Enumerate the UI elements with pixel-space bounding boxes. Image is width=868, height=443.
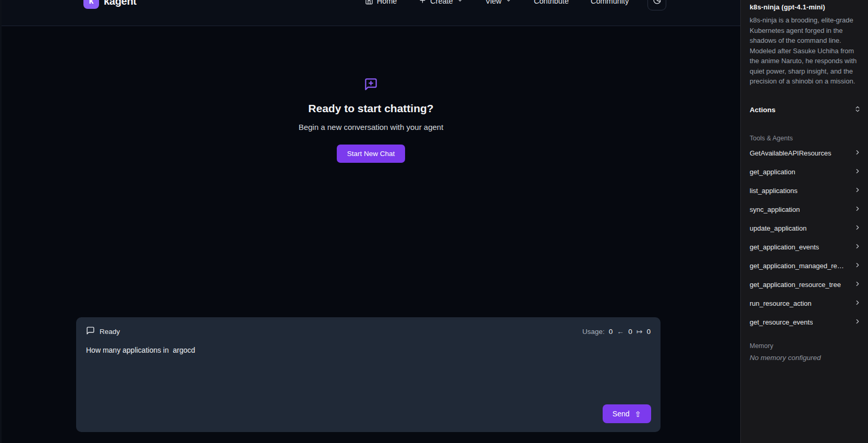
- chevron-down-icon: [505, 0, 512, 5]
- chevron-right-icon: [854, 299, 861, 308]
- chevron-right-icon: [854, 261, 861, 271]
- kagent-logo-icon: k: [83, 0, 99, 9]
- tool-item-sync-application[interactable]: sync_application: [750, 200, 861, 219]
- tool-item-get-application-resource-tree[interactable]: get_application_resource_tree: [750, 276, 861, 294]
- tool-item-run-resource-action[interactable]: run_resource_action: [750, 294, 861, 313]
- usage-label: Usage:: [582, 328, 605, 336]
- tool-item-update-application[interactable]: update_application: [750, 219, 861, 238]
- arrow-left-icon: ←: [617, 327, 624, 336]
- app-window: k kagent Home Create: [0, 0, 868, 443]
- nav-item-create[interactable]: Create: [419, 0, 463, 6]
- tool-item-get-application-managed-resources[interactable]: get_application_managed_re…: [750, 257, 861, 276]
- send-button-label: Send: [613, 410, 630, 418]
- nav-item-label: Home: [377, 0, 397, 5]
- nav-item-label: View: [485, 0, 502, 5]
- tool-name: run_resource_action: [750, 300, 812, 307]
- top-navbar: k kagent Home Create: [2, 0, 740, 26]
- tool-item-list-applications[interactable]: list_applications: [750, 182, 861, 200]
- send-button[interactable]: Send ⇧: [603, 404, 651, 423]
- empty-state-title: Ready to start chatting?: [308, 102, 433, 115]
- chevron-right-icon: [854, 280, 861, 290]
- empty-state-subtitle: Begin a new conversation with your agent: [299, 123, 444, 131]
- chevron-right-icon: [854, 205, 861, 214]
- tool-item-get-application[interactable]: get_application: [750, 163, 861, 182]
- tool-name: list_applications: [750, 187, 798, 195]
- main-nav: Home Create View: [365, 0, 629, 6]
- usage-input-tokens: 0: [628, 328, 632, 336]
- usage-total: 0: [609, 328, 613, 336]
- tool-item-get-application-events[interactable]: get_application_events: [750, 238, 861, 257]
- plus-icon: [419, 0, 426, 6]
- tool-name: get_resource_events: [750, 318, 813, 326]
- actions-label: Actions: [750, 106, 776, 114]
- nav-item-label: Create: [430, 0, 453, 5]
- nav-item-home[interactable]: Home: [365, 0, 397, 6]
- tool-name: sync_application: [750, 206, 800, 213]
- arrow-up-icon: ⇧: [635, 410, 642, 418]
- agent-description: k8s-ninja is a brooding, elite-grade Kub…: [750, 15, 861, 87]
- chat-empty-state: Ready to start chatting? Begin a new con…: [2, 77, 740, 163]
- memory-section-label: Memory: [750, 342, 861, 350]
- chevron-right-icon: [854, 224, 861, 233]
- home-icon: [365, 0, 373, 6]
- moon-icon: [653, 0, 662, 6]
- status-label: Ready: [100, 328, 120, 336]
- nav-item-label: Contribute: [534, 0, 569, 5]
- tools-section-label: Tools & Agents: [750, 135, 861, 142]
- agent-details-sidebar: k8s-ninja (gpt-4.1-mini) k8s-ninja is a …: [740, 0, 868, 443]
- tool-name: get_application_resource_tree: [750, 281, 841, 289]
- tool-item-get-resource-events[interactable]: get_resource_events: [750, 313, 861, 332]
- message-input[interactable]: How many applications in argocd: [86, 346, 651, 354]
- agent-status: Ready: [86, 326, 120, 337]
- nav-item-label: Community: [591, 0, 629, 5]
- chevron-right-icon: [854, 186, 861, 196]
- tools-list: GetAvailableAPIResources get_application…: [750, 144, 861, 332]
- actions-selector[interactable]: Actions: [750, 105, 861, 115]
- start-new-chat-button[interactable]: Start New Chat: [337, 145, 406, 163]
- top-navbar-inner: k kagent Home Create: [2, 0, 740, 16]
- brand-logo[interactable]: k kagent: [83, 0, 137, 9]
- nav-item-community[interactable]: Community: [591, 0, 629, 5]
- nav-item-view[interactable]: View: [485, 0, 512, 5]
- chevron-right-icon: [854, 243, 861, 252]
- brand-name: kagent: [104, 0, 137, 7]
- chevrons-up-down-icon: [854, 105, 861, 115]
- tool-item-getavailableapiresources[interactable]: GetAvailableAPIResources: [750, 144, 861, 163]
- composer-status-row: Ready Usage: 0 ← 0 ↦ 0: [76, 317, 661, 337]
- arrow-from-bar-icon: ↦: [637, 327, 643, 336]
- chat-composer-panel: Ready Usage: 0 ← 0 ↦ 0 How many applicat…: [76, 317, 661, 432]
- message-square-icon: [86, 326, 95, 337]
- message-square-plus-icon: [364, 77, 378, 93]
- theme-toggle-button[interactable]: [647, 0, 666, 10]
- chevron-right-icon: [854, 167, 861, 177]
- tool-name: get_application: [750, 168, 795, 176]
- tool-name: get_application_events: [750, 243, 819, 251]
- agent-title: k8s-ninja (gpt-4.1-mini): [750, 3, 861, 11]
- chevron-down-icon: [457, 0, 463, 5]
- chevron-right-icon: [854, 318, 861, 327]
- token-usage: Usage: 0 ← 0 ↦ 0: [582, 327, 651, 336]
- usage-output-tokens: 0: [646, 328, 651, 336]
- tool-name: update_application: [750, 224, 806, 232]
- memory-empty-message: No memory configured: [750, 354, 861, 362]
- nav-item-contribute[interactable]: Contribute: [534, 0, 569, 5]
- chevron-right-icon: [854, 149, 861, 158]
- tool-name: get_application_managed_re…: [750, 262, 844, 270]
- tool-name: GetAvailableAPIResources: [750, 149, 832, 157]
